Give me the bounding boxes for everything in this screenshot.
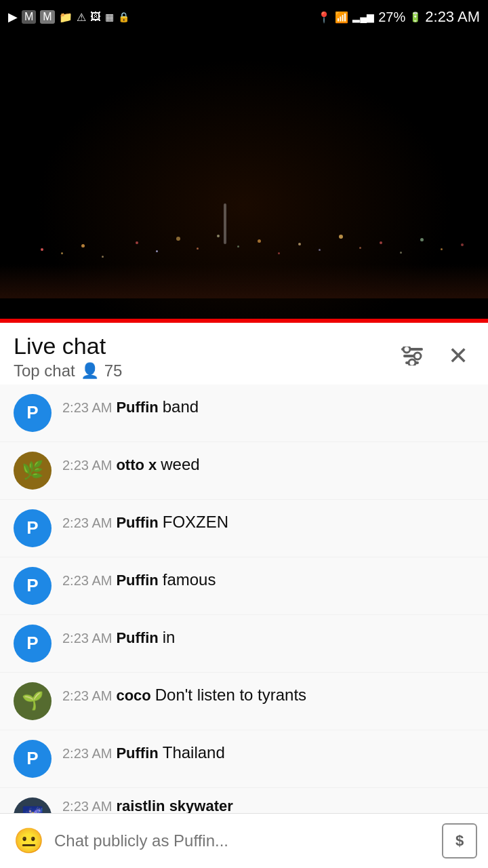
viewers-count: 75 xyxy=(104,361,123,380)
send-button[interactable]: $ xyxy=(442,823,477,859)
message-author: otto x xyxy=(116,456,157,474)
avatar: P xyxy=(14,394,52,432)
message-content: 2:23 AM coco Don't listen to tyrants xyxy=(62,682,474,707)
avatar: 🌱 xyxy=(14,682,52,720)
message-author: Puffin xyxy=(116,572,158,589)
message-author: Puffin xyxy=(116,399,158,416)
chat-header-actions: ✕ xyxy=(396,340,474,372)
grid-icon: ▦ xyxy=(105,12,114,22)
message-row: 2:23 AM Puffin Thailand xyxy=(62,740,474,764)
message-text: in xyxy=(163,626,176,649)
message-author: Puffin xyxy=(116,745,158,762)
avatar: P xyxy=(14,509,52,547)
message-content: 2:23 AM Puffin band xyxy=(62,394,474,418)
message-author: Puffin xyxy=(116,514,158,532)
chat-input[interactable] xyxy=(54,831,434,850)
chat-message: P 2:23 AM Puffin FOXZEN xyxy=(0,500,488,557)
message-content: 2:23 AM Puffin in xyxy=(62,625,474,649)
signal-icon: ▂▄▆ xyxy=(352,12,374,22)
warning-icon: ⚠ xyxy=(77,11,86,24)
status-bar-right: 📍 📶 ▂▄▆ 27% 🔋 2:23 AM xyxy=(317,8,480,26)
message-author: raistlin skywater xyxy=(116,797,232,815)
chat-messages-list: P 2:23 AM Puffin band 🌿 2:23 AM otto x w… xyxy=(0,384,488,853)
svg-point-4 xyxy=(414,353,421,359)
viewers-icon: 👤 xyxy=(81,362,99,380)
message-text: weed xyxy=(161,453,199,476)
message-text: Thailand xyxy=(163,741,225,764)
message-text: band xyxy=(163,395,199,418)
message-time: 2:23 AM xyxy=(62,746,112,762)
message-time: 2:23 AM xyxy=(62,688,112,704)
chat-input-bar: 😐 $ xyxy=(0,813,488,868)
chat-message: 🌱 2:23 AM coco Don't listen to tyrants xyxy=(0,673,488,730)
video-overlay xyxy=(0,34,488,319)
message-row: 2:23 AM otto x weed xyxy=(62,452,474,476)
battery-icon: 🔋 xyxy=(409,12,421,22)
youtube-icon: ▶ xyxy=(8,9,18,24)
message-text: famous xyxy=(163,568,216,591)
folder-icon: 📁 xyxy=(59,11,73,24)
message-content: 2:23 AM Puffin FOXZEN xyxy=(62,509,474,534)
message-time: 2:23 AM xyxy=(62,458,112,473)
chat-message: 🌿 2:23 AM otto x weed xyxy=(0,442,488,500)
chat-message: P 2:23 AM Puffin band xyxy=(0,384,488,442)
status-bar: ▶ M M 📁 ⚠ 🖼 ▦ 🔒 📍 📶 ▂▄▆ 27% 🔋 2:23 AM xyxy=(0,0,488,34)
filter-icon xyxy=(401,347,423,366)
chat-message: P 2:23 AM Puffin in xyxy=(0,615,488,673)
close-button[interactable]: ✕ xyxy=(442,340,474,372)
svg-point-5 xyxy=(409,359,415,366)
message-row: 2:23 AM Puffin band xyxy=(62,394,474,418)
avatar: 🌿 xyxy=(14,452,52,490)
message-time: 2:23 AM xyxy=(62,799,112,814)
lock-icon: 🔒 xyxy=(118,12,129,22)
status-time: 2:23 AM xyxy=(425,8,480,26)
send-icon: $ xyxy=(455,832,464,850)
message-time: 2:23 AM xyxy=(62,573,112,589)
avatar: P xyxy=(14,740,52,778)
message-content: 2:23 AM Puffin Thailand xyxy=(62,740,474,764)
message-row: 2:23 AM Puffin famous xyxy=(62,567,474,591)
message-row: 2:23 AM coco Don't listen to tyrants xyxy=(62,682,474,707)
wifi-icon: 📶 xyxy=(335,11,348,24)
app-icon-m2: M xyxy=(40,10,54,24)
message-author: coco xyxy=(116,687,150,705)
message-row: 2:23 AM Puffin FOXZEN xyxy=(62,509,474,534)
chat-subtitle: Top chat 👤 75 xyxy=(14,361,122,380)
chat-header-info: Live chat Top chat 👤 75 xyxy=(14,332,122,380)
message-text: FOXZEN xyxy=(163,511,228,534)
chat-header: Live chat Top chat 👤 75 ✕ xyxy=(0,323,488,384)
image-icon: 🖼 xyxy=(90,11,101,23)
emoji-button[interactable]: 😐 xyxy=(11,823,46,859)
message-time: 2:23 AM xyxy=(62,515,112,531)
location-icon: 📍 xyxy=(317,11,331,24)
message-author: Puffin xyxy=(116,629,158,647)
message-time: 2:23 AM xyxy=(62,631,112,646)
video-player[interactable] xyxy=(0,34,488,319)
filter-button[interactable] xyxy=(396,340,428,372)
city-lights xyxy=(0,217,488,298)
message-row: 2:23 AM Puffin in xyxy=(62,625,474,649)
message-content: 2:23 AM Puffin famous xyxy=(62,567,474,591)
avatar: P xyxy=(14,625,52,663)
chat-title: Live chat xyxy=(14,332,122,360)
status-bar-left: ▶ M M 📁 ⚠ 🖼 ▦ 🔒 xyxy=(8,9,129,24)
battery-level: 27% xyxy=(378,9,405,25)
message-time: 2:23 AM xyxy=(62,400,112,416)
chat-panel: Live chat Top chat 👤 75 ✕ xyxy=(0,323,488,852)
chat-message: P 2:23 AM Puffin famous xyxy=(0,557,488,615)
top-chat-label: Top chat xyxy=(14,361,75,380)
svg-point-3 xyxy=(403,347,410,353)
chat-message: P 2:23 AM Puffin Thailand xyxy=(0,730,488,788)
app-icon-m1: M xyxy=(22,10,36,24)
avatar: P xyxy=(14,567,52,605)
message-text: Don't listen to tyrants xyxy=(155,684,306,707)
message-content: 2:23 AM otto x weed xyxy=(62,452,474,476)
